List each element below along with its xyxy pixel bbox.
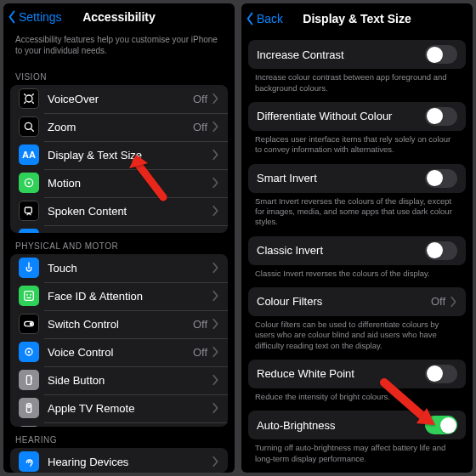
back-label: Back [257,12,283,26]
row-label: Apple TV Remote [48,402,211,415]
svg-rect-13 [26,376,31,385]
display-text-size-screen: Back Display & Text Size Increase Contra… [241,3,473,473]
chevron-right-icon [211,374,219,386]
settings-row-switch[interactable]: Switch ControlOff [10,310,228,338]
chevron-right-icon [211,346,219,358]
setting-description: Turning off auto-brightness may affect b… [241,439,473,473]
chevron-left-icon [243,12,257,26]
setting-description: Classic Invert reverses the colours of t… [241,265,473,287]
settings-row-display[interactable]: AADisplay & Text Size [10,141,228,169]
intro-text: Accessibility features help you customis… [3,31,235,64]
toggle-switch[interactable] [425,241,457,260]
row-label: Spoken Content [48,205,211,218]
svg-point-10 [30,322,33,326]
chevron-right-icon [211,262,219,274]
row-label: Differentiate Without Colour [257,110,425,122]
toggle-switch[interactable] [425,107,457,126]
svg-point-0 [26,95,32,102]
svg-rect-14 [31,377,32,380]
chevron-right-icon [211,456,219,468]
settings-row-zoom[interactable]: ZoomOff [10,113,228,141]
chevron-right-icon [211,205,219,217]
setting-row[interactable]: Increase Contrast [248,40,466,69]
row-label: Classic Invert [257,244,425,257]
setting-group: Colour FiltersOff [248,287,466,316]
setting-group: Smart Invert [248,164,466,193]
setting-group: Reduce White Point [248,360,466,388]
setting-row[interactable]: Differentiate Without Colour [248,102,466,131]
back-button[interactable]: Settings [5,10,62,24]
settings-row-voice[interactable]: Voice ControlOff [10,338,228,366]
toggle-switch[interactable] [425,169,457,188]
setting-description: Reduce the intensity of bright colours. [241,388,473,411]
settings-row-spoken[interactable]: Spoken Content [10,197,228,225]
navbar: Settings Accessibility [3,3,235,31]
group-header-physical: PHYSICAL AND MOTOR [3,233,235,254]
row-label: Colour Filters [257,295,431,308]
chevron-right-icon [211,290,219,302]
row-label: Reduce White Point [257,367,425,380]
row-label: Motion [48,177,211,190]
svg-point-16 [28,405,31,408]
setting-group: Differentiate Without Colour [248,102,466,131]
row-value: Off [193,318,207,331]
settings-row-side[interactable]: Side Button [10,366,228,394]
setting-description: Smart Invert reverses the colours of the… [241,193,473,236]
setting-row[interactable]: Auto-Brightness [248,411,466,439]
navbar: Back Display & Text Size [241,3,473,33]
row-value: Off [193,121,207,133]
group-header-vision: VISION [3,64,235,85]
settings-row-touch[interactable]: Touch [10,254,228,282]
row-label: Zoom [48,121,193,133]
setting-row[interactable]: Colour FiltersOff [248,287,466,316]
chevron-right-icon [449,296,457,308]
group-hearing: Hearing Devices [10,448,228,473]
row-label: Side Button [48,374,211,387]
settings-row-audio[interactable]: Audio DescriptionsOff [10,225,228,233]
setting-row[interactable]: Smart Invert [248,164,466,193]
settings-row-faceid[interactable]: Face ID & Attention [10,282,228,310]
toggle-switch[interactable] [425,416,457,434]
row-label: VoiceOver [48,93,193,105]
svg-point-8 [31,295,31,296]
settings-row-hearing[interactable]: Hearing Devices [10,448,228,473]
chevron-left-icon [5,10,19,24]
setting-row[interactable]: Reduce White Point [248,360,466,388]
settings-row-motion[interactable]: Motion [10,169,228,197]
group-physical: TouchFace ID & AttentionSwitch ControlOf… [10,254,228,427]
chevron-right-icon [211,318,219,330]
row-value: Off [431,295,445,308]
chevron-right-icon [211,121,219,133]
svg-rect-4 [25,207,31,213]
setting-description: Colour filters can be used to differenti… [241,316,473,360]
row-value: Off [193,93,207,105]
chevron-right-icon [211,149,219,161]
svg-point-1 [25,122,31,129]
group-vision: VoiceOverOffZoomOffAADisplay & Text Size… [10,85,228,233]
back-button[interactable]: Back [243,12,283,26]
setting-group: Classic Invert [248,236,466,265]
accessibility-screen: Settings Accessibility Accessibility fea… [3,3,235,473]
svg-rect-6 [25,292,34,301]
chevron-right-icon [211,177,219,189]
setting-row[interactable]: Classic Invert [248,236,466,265]
svg-point-7 [27,295,28,296]
row-label: Face ID & Attention [48,290,211,303]
toggle-switch[interactable] [425,45,457,64]
settings-row-tv[interactable]: Apple TV Remote [10,394,228,422]
setting-group: Increase Contrast [248,40,466,69]
settings-row-voiceover[interactable]: VoiceOverOff [10,85,228,113]
settings-row-keyboard[interactable]: Keyboards [10,422,228,427]
row-label: Smart Invert [257,172,425,184]
svg-point-12 [28,351,31,354]
toggle-switch[interactable] [425,365,457,383]
group-header-hearing: HEARING [3,427,235,448]
chevron-right-icon [211,402,219,414]
setting-group: Auto-Brightness [248,411,466,439]
page-title: Accessibility [82,10,156,24]
row-label: Switch Control [48,318,193,331]
setting-description: Replaces user interface items that rely … [241,131,473,164]
svg-point-3 [28,182,31,184]
row-label: Touch [48,262,211,275]
row-label: Display & Text Size [48,149,211,162]
